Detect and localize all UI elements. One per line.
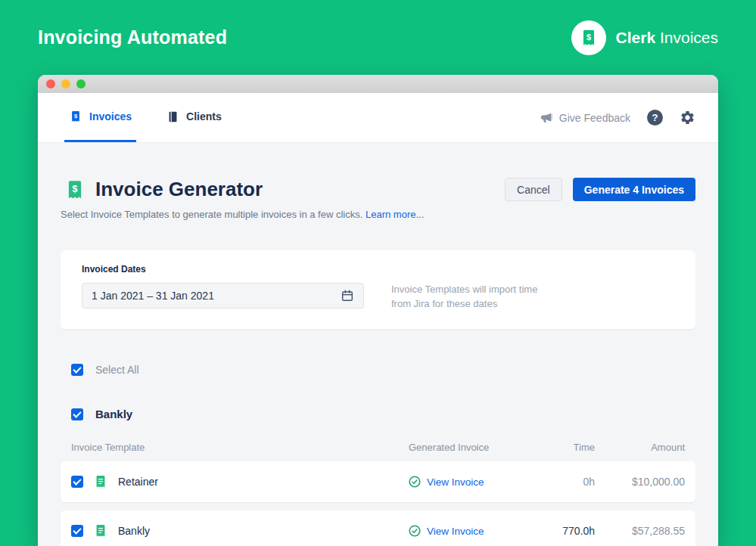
- brand-name-light: Invoices: [655, 29, 718, 46]
- check-circle-icon: [409, 525, 421, 537]
- time-value: 0h: [530, 476, 595, 488]
- amount-value: $57,288.55: [595, 525, 685, 537]
- generator-title-block: $ Invoice Generator: [64, 178, 263, 201]
- row-checkbox[interactable]: [71, 476, 83, 488]
- tab-invoices[interactable]: $ Invoices: [64, 93, 136, 142]
- invoiced-dates-card: Invoiced Dates 1 Jan 2021 – 31 Jan 2021 …: [61, 250, 695, 329]
- clerk-logo: $: [571, 20, 606, 55]
- receipt-icon: $: [579, 28, 599, 48]
- settings-gear-icon[interactable]: [680, 110, 695, 126]
- tab-invoices-label: Invoices: [89, 110, 132, 123]
- view-invoice-label: View Invoice: [427, 476, 484, 488]
- give-feedback-button[interactable]: Give Feedback: [540, 111, 630, 125]
- view-invoice-label: View Invoice: [427, 526, 484, 537]
- row-checkbox[interactable]: [71, 525, 83, 537]
- nav-tabs: $ Invoices Clients: [64, 93, 226, 142]
- brand-name-bold: Clerk: [616, 29, 656, 46]
- client-group-header: Bankly: [71, 408, 695, 420]
- header-actions: Cancel Generate 4 Invoices: [505, 178, 695, 201]
- page-title: Invoicing Automated: [38, 26, 227, 48]
- invoice-template-cell: Bankly: [71, 523, 409, 538]
- dates-helper-line2: from Jira for these dates: [391, 296, 537, 311]
- table-column-headers: Invoice Template Generated Invoice Time …: [61, 442, 695, 453]
- select-all-checkbox[interactable]: [71, 364, 83, 376]
- generator-title: Invoice Generator: [95, 178, 263, 201]
- template-name: Bankly: [118, 525, 150, 537]
- nav-right: Give Feedback ?: [540, 93, 695, 142]
- clients-tab-icon: [166, 110, 179, 123]
- table-row: Retainer View Invoice 0h $10,000.00: [61, 461, 695, 502]
- svg-text:$: $: [586, 32, 591, 41]
- generate-invoices-button[interactable]: Generate 4 Invoices: [573, 178, 695, 201]
- brand-name: Clerk Invoices: [616, 29, 718, 47]
- dates-helper-line1: Invoice Templates will import time: [391, 282, 537, 296]
- app-window: $ Invoices Clients: [38, 75, 718, 546]
- receipt-icon: [93, 474, 108, 489]
- select-all-label: Select All: [95, 364, 139, 376]
- receipt-icon: [93, 523, 108, 538]
- group-name: Bankly: [95, 408, 132, 420]
- top-bar: Invoicing Automated $ Clerk Invoices: [0, 0, 756, 75]
- generator-subtitle: Select Invoice Templates to generate mul…: [61, 209, 695, 220]
- amount-value: $10,000.00: [595, 476, 685, 488]
- table-row: Bankly View Invoice 770.0h $57,288.55: [61, 510, 695, 546]
- column-generated-invoice: Generated Invoice: [409, 442, 530, 453]
- main-content: $ Invoice Generator Cancel Generate 4 In…: [38, 143, 718, 546]
- receipt-icon: $: [64, 178, 86, 201]
- zoom-window-button[interactable]: [76, 79, 86, 88]
- brand: $ Clerk Invoices: [571, 20, 718, 55]
- calendar-icon: [341, 289, 354, 302]
- select-all-row: Select All: [71, 364, 695, 376]
- column-amount: Amount: [595, 442, 685, 453]
- give-feedback-label: Give Feedback: [559, 112, 630, 124]
- generator-subtitle-text: Select Invoice Templates to generate mul…: [61, 209, 366, 220]
- megaphone-icon: [540, 111, 553, 125]
- date-range-value: 1 Jan 2021 – 31 Jan 2021: [92, 290, 214, 302]
- svg-text:$: $: [73, 184, 78, 194]
- invoice-template-cell: Retainer: [71, 474, 409, 489]
- view-invoice-link[interactable]: View Invoice: [409, 476, 530, 488]
- cancel-button[interactable]: Cancel: [505, 178, 562, 201]
- minimize-window-button[interactable]: [61, 79, 70, 88]
- check-circle-icon: [409, 476, 421, 488]
- invoices-tab-icon: $: [69, 110, 82, 123]
- tab-clients-label: Clients: [186, 110, 222, 123]
- invoiced-dates-label: Invoiced Dates: [82, 264, 364, 275]
- app-navbar: $ Invoices Clients: [38, 93, 718, 143]
- view-invoice-link[interactable]: View Invoice: [409, 525, 530, 537]
- group-checkbox[interactable]: [71, 408, 83, 420]
- help-icon[interactable]: ?: [647, 110, 663, 126]
- time-value: 770.0h: [530, 525, 595, 537]
- window-titlebar[interactable]: [38, 75, 718, 93]
- column-invoice-template: Invoice Template: [71, 442, 409, 453]
- close-window-button[interactable]: [46, 79, 55, 88]
- column-time: Time: [530, 442, 595, 453]
- tab-clients[interactable]: Clients: [162, 93, 226, 142]
- date-range-input[interactable]: 1 Jan 2021 – 31 Jan 2021: [82, 283, 364, 309]
- learn-more-link[interactable]: Learn more...: [366, 209, 424, 220]
- dates-helper-text: Invoice Templates will import time from …: [391, 264, 537, 311]
- dates-field-block: Invoiced Dates 1 Jan 2021 – 31 Jan 2021: [82, 264, 364, 311]
- template-name: Retainer: [118, 476, 158, 488]
- generator-header: $ Invoice Generator Cancel Generate 4 In…: [61, 178, 695, 201]
